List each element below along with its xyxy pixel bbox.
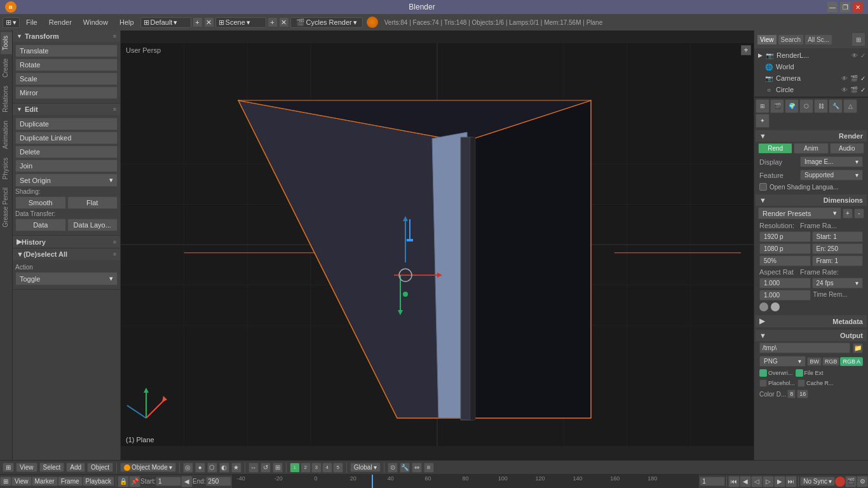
tab-grease-pencil[interactable]: Grease Pencil bbox=[1, 184, 12, 231]
renderl-check-icon[interactable]: ✓ bbox=[860, 52, 865, 59]
res-y-field[interactable]: 1080 p bbox=[759, 243, 811, 254]
duplicate-button[interactable]: Duplicate bbox=[15, 118, 118, 130]
outliner-item-circle[interactable]: ○ Circle 👁 🎬 ✓ bbox=[754, 84, 868, 95]
metadata-section-header[interactable]: ▶ Metadata bbox=[756, 315, 867, 327]
color-depth-8-btn[interactable]: 8 bbox=[787, 390, 796, 398]
feature-dropdown[interactable]: Supported ▾ bbox=[800, 170, 863, 180]
start-frame-input[interactable] bbox=[156, 477, 181, 486]
tab-relations[interactable]: Relations bbox=[1, 82, 12, 116]
edit-panel-header[interactable]: ▼ Edit ≡ bbox=[13, 104, 120, 115]
camera-render-icon[interactable]: 🎬 bbox=[850, 75, 858, 82]
manipulator-scale-btn[interactable]: ⊞ bbox=[273, 463, 283, 473]
play-back-btn[interactable]: ◁ bbox=[751, 476, 763, 487]
set-origin-dropdown[interactable]: Set Origin ▾ bbox=[15, 173, 118, 187]
record-btn[interactable] bbox=[835, 477, 845, 487]
skip-end-btn[interactable]: ⏭ bbox=[785, 476, 797, 487]
scale-button[interactable]: Scale bbox=[15, 72, 118, 85]
rend-btn[interactable]: Rend bbox=[758, 143, 792, 154]
skip-start-btn[interactable]: ⏮ bbox=[728, 476, 740, 487]
end-frame-input[interactable] bbox=[206, 477, 231, 486]
bw-btn[interactable]: BW bbox=[807, 357, 822, 366]
add-btn[interactable]: Add bbox=[66, 463, 85, 472]
output-section-header[interactable]: ▼ Output bbox=[756, 330, 867, 341]
shading-texture-btn[interactable]: ⬡ bbox=[207, 463, 217, 473]
help-menu[interactable]: Help bbox=[114, 17, 139, 27]
res-x-field[interactable]: 1920 p bbox=[759, 231, 811, 242]
pin-anim-btn[interactable]: 📌 bbox=[129, 476, 140, 487]
manipulator-rotate-btn[interactable]: ↺ bbox=[261, 463, 271, 473]
circle-eye-icon[interactable]: 👁 bbox=[841, 86, 848, 93]
display-dropdown[interactable]: Image E... ▾ bbox=[800, 156, 863, 167]
toggle-dropdown[interactable]: Toggle ▾ bbox=[15, 272, 118, 285]
asp-x-field[interactable]: 1.000 bbox=[759, 278, 811, 288]
props-tab-render-settings[interactable]: ⊞ bbox=[756, 99, 770, 113]
all-sc-tab-btn[interactable]: All Sc... bbox=[804, 34, 832, 45]
tab-tools[interactable]: Tools bbox=[1, 32, 12, 54]
mirror-button[interactable]: Mirror bbox=[15, 86, 118, 99]
png-selector[interactable]: PNG ▾ bbox=[759, 356, 806, 367]
current-frame-input[interactable] bbox=[700, 477, 725, 486]
shading-solid-btn[interactable]: ● bbox=[195, 463, 205, 473]
select-btn[interactable]: Select bbox=[39, 463, 65, 472]
camera-check-icon[interactable]: ✓ bbox=[860, 75, 865, 82]
file-ext-checkbox[interactable] bbox=[796, 369, 803, 377]
outliner-item-camera[interactable]: 📷 Camera 👁 🎬 ✓ bbox=[754, 72, 868, 84]
shading-rendered-btn[interactable]: ★ bbox=[231, 463, 241, 473]
current-frame-field[interactable]: Fram: 1 bbox=[812, 255, 864, 266]
layer-2-btn[interactable]: 2 bbox=[301, 463, 311, 473]
history-panel-header[interactable]: ▶ History ≡ bbox=[13, 236, 120, 248]
screen-selector[interactable]: ⊞ Default ▾ bbox=[140, 17, 191, 28]
tab-physics[interactable]: Physics bbox=[1, 154, 12, 183]
shading-material-btn[interactable]: ◐ bbox=[219, 463, 229, 473]
render-section-header[interactable]: ▼ Render bbox=[756, 130, 867, 142]
render-presets-dropdown[interactable]: Render Presets ▾ bbox=[758, 207, 841, 219]
props-tab-world[interactable]: 🌍 bbox=[785, 99, 799, 113]
play-btn[interactable]: ▷ bbox=[763, 476, 774, 487]
camera-eye-icon[interactable]: 👁 bbox=[841, 75, 848, 82]
outliner-item-renderl[interactable]: ▶ 📷 RenderL... 👁 ✓ bbox=[754, 50, 868, 61]
layer-3-btn[interactable]: 3 bbox=[311, 463, 322, 473]
overwrite-checkbox[interactable] bbox=[759, 369, 767, 377]
timeline-extra-btn[interactable]: 🎬 bbox=[845, 476, 857, 487]
color-depth-16-btn[interactable]: 16 bbox=[797, 390, 808, 398]
renderl-eye-icon[interactable]: 👁 bbox=[851, 52, 858, 59]
smooth-button[interactable]: Smooth bbox=[15, 196, 66, 209]
anim-btn[interactable]: Anim bbox=[794, 143, 828, 154]
transform-panel-header[interactable]: ▼ Transform ≡ bbox=[13, 30, 120, 42]
translate-button[interactable]: Translate bbox=[15, 44, 118, 57]
rotate-button[interactable]: Rotate bbox=[15, 58, 118, 71]
timeline-settings-btn[interactable]: ⚙ bbox=[857, 476, 868, 487]
color-swatch-2[interactable] bbox=[771, 302, 780, 311]
proportional-edit-btn[interactable]: ⊙ bbox=[388, 463, 398, 473]
viewport-3d[interactable]: User Persp + (1) Plane bbox=[121, 30, 754, 460]
placeholder-checkbox[interactable] bbox=[759, 379, 767, 387]
lock-anim-btn[interactable]: 🔒 bbox=[118, 476, 129, 487]
render-engine-selector[interactable]: 🎬 Cycles Render ▾ bbox=[290, 17, 363, 28]
prev-frame-btn[interactable]: ◀ bbox=[181, 476, 193, 487]
viewport-extras-btn[interactable]: ≡ bbox=[424, 463, 434, 473]
rgb-btn[interactable]: RGB bbox=[822, 357, 840, 366]
minimize-button[interactable]: — bbox=[827, 2, 837, 12]
window-menu[interactable]: Window bbox=[78, 17, 113, 27]
duplicate-linked-button[interactable]: Duplicate Linked bbox=[15, 132, 118, 144]
mirror-btn[interactable]: ⇔ bbox=[412, 463, 422, 473]
props-tab-constraints[interactable]: ⛓ bbox=[814, 99, 828, 113]
prev-key-btn[interactable]: ◀ bbox=[740, 476, 751, 487]
add-screen-btn[interactable]: + bbox=[193, 17, 203, 27]
flat-button[interactable]: Flat bbox=[67, 196, 118, 209]
viewport-add-btn[interactable]: + bbox=[741, 45, 751, 55]
mode-selector[interactable]: Object Mode ▾ bbox=[120, 463, 176, 472]
timeline-marker-btn[interactable]: Marker bbox=[32, 477, 58, 486]
circle-check-icon[interactable]: ✓ bbox=[860, 86, 865, 93]
pivot-selector[interactable]: Global ▾ bbox=[350, 463, 381, 472]
timeline-playback-btn[interactable]: Playback bbox=[83, 477, 115, 486]
start-frame-field[interactable]: Start: 1 bbox=[812, 231, 864, 242]
scene-selector[interactable]: ⊞ Scene ▾ bbox=[215, 17, 266, 28]
remove-preset-btn[interactable]: - bbox=[854, 208, 864, 219]
layer-4-btn[interactable]: 4 bbox=[322, 463, 332, 473]
cache-r-checkbox[interactable] bbox=[797, 379, 805, 387]
del-scene-btn[interactable]: ✕ bbox=[279, 17, 289, 27]
res-pct-field[interactable]: 50% bbox=[759, 255, 811, 266]
manipulator-translate-btn[interactable]: ↔ bbox=[248, 463, 259, 473]
fps-field[interactable]: 24 fps ▾ bbox=[812, 278, 864, 288]
